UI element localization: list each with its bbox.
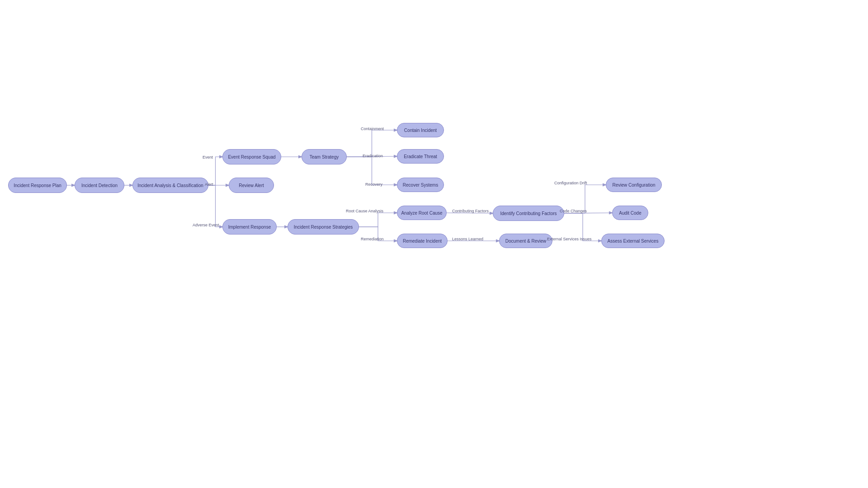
node-icf: Identify Contributing Factors xyxy=(493,206,564,221)
node-et: Eradicate Threat xyxy=(397,149,444,164)
node-irp: Incident Response Plan xyxy=(8,178,67,193)
lbl_cd: Configuration Drift xyxy=(554,181,587,185)
flowchart-canvas: Incident Response PlanIncident Detection… xyxy=(0,0,868,488)
lbl_cf: Contributing Factors xyxy=(452,209,489,213)
node-ra: Review Alert xyxy=(229,178,274,193)
node-ers: Event Response Squad xyxy=(222,149,281,164)
node-ts: Team Strategy xyxy=(302,149,347,164)
node-ci: Contain Incident xyxy=(397,123,444,137)
lbl_alert: Alert xyxy=(205,182,213,187)
node-aes: Assess External Services xyxy=(601,234,665,248)
lbl_rca: Root Cause Analysis xyxy=(346,209,383,213)
lbl_esi: External Services Issues xyxy=(547,237,592,241)
node-arc: Analyze Root Cause xyxy=(397,206,447,220)
lbl_containment: Containment xyxy=(361,127,384,131)
node-ir: Implement Response xyxy=(222,219,277,235)
node-ac: Audit Code xyxy=(612,206,648,220)
node-remi: Remediate Incident xyxy=(397,234,448,248)
node-rc: Review Configuration xyxy=(606,178,662,192)
node-rs: Recover Systems xyxy=(397,178,444,192)
lbl_event: Event xyxy=(203,155,213,160)
node-irs: Incident Response Strategies xyxy=(288,219,359,235)
lbl_adverse: Adverse Event xyxy=(193,223,219,227)
lbl_remediation: Remediation xyxy=(361,237,384,241)
node-dr: Document & Review xyxy=(499,234,552,248)
lbl_cc: Code Changes xyxy=(560,209,587,213)
node-iac: Incident Analysis & Classification xyxy=(132,178,208,193)
lbl_ll: Lessons Learned xyxy=(452,237,483,241)
lbl_eradication: Eradication xyxy=(363,154,383,158)
lbl_recovery: Recovery xyxy=(365,182,382,187)
node-id: Incident Detection xyxy=(75,178,124,193)
